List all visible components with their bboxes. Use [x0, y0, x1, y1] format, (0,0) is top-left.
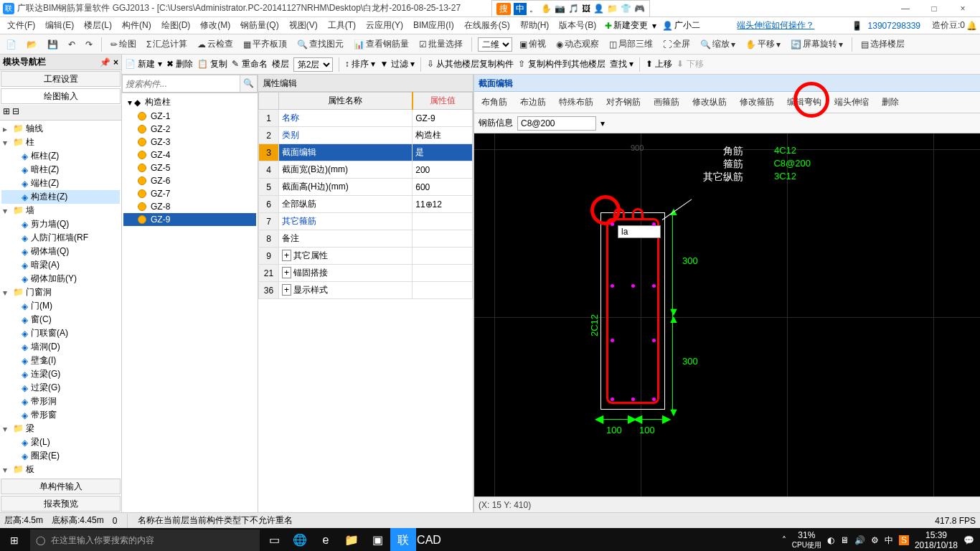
- component-item[interactable]: GZ-6: [123, 174, 256, 187]
- tree-item[interactable]: ◈ 暗柱(Z): [1, 163, 120, 176]
- menu-online[interactable]: 在线服务(S): [460, 18, 514, 33]
- zoom-button[interactable]: 🔍 缩放 ▾: [697, 37, 738, 52]
- property-row[interactable]: 6全部纵筋11⊕12: [259, 196, 473, 213]
- maximize-button[interactable]: □: [920, 0, 948, 17]
- copy-comp-button[interactable]: 📋 复制: [197, 58, 227, 70]
- new-change-button[interactable]: 新建变更: [613, 19, 648, 32]
- copy-to-floor-button[interactable]: ⇧ 复制构件到其他楼层: [518, 58, 605, 70]
- move-up-button[interactable]: ⬆ 上移: [646, 58, 672, 70]
- tree-item[interactable]: ◈ 壁龛(I): [1, 354, 120, 367]
- move-down-button[interactable]: ⬇ 下移: [677, 58, 703, 70]
- tab-align-bar[interactable]: 对齐钢筋: [603, 95, 644, 110]
- taskbar-app-icon[interactable]: 🌐: [287, 528, 313, 551]
- help-link[interactable]: 端头伸缩如何操作？: [731, 19, 820, 32]
- expand-icon[interactable]: ⊞: [3, 106, 10, 116]
- menu-cloud[interactable]: 云应用(Y): [362, 18, 407, 33]
- save-icon[interactable]: 💾: [44, 38, 61, 51]
- ime-icon[interactable]: 👕: [621, 4, 631, 14]
- pin-icon[interactable]: 📌: [100, 57, 110, 67]
- menu-modify[interactable]: 修改(M): [196, 18, 235, 33]
- property-row[interactable]: 1名称GZ-9: [259, 110, 473, 127]
- tree-group[interactable]: ▾ 📁 柱: [1, 136, 120, 149]
- tree-item[interactable]: ◈ 砌体墙(Q): [1, 245, 120, 258]
- new-file-icon[interactable]: 📄: [3, 38, 19, 51]
- tab-modify-stirrup[interactable]: 修改箍筋: [737, 95, 777, 110]
- sum-button[interactable]: Σ 汇总计算: [143, 37, 190, 52]
- menu-edit[interactable]: 编辑(E): [41, 18, 78, 33]
- menu-rebar[interactable]: 钢筋量(Q): [236, 18, 283, 33]
- property-row[interactable]: 3截面编辑是: [259, 144, 473, 161]
- ime-icon[interactable]: 👤: [593, 4, 604, 14]
- view-mode-combo[interactable]: 二维: [478, 37, 512, 52]
- tree-group[interactable]: ▾ 📁 板: [1, 463, 120, 476]
- floor-combo[interactable]: 第2层: [293, 57, 333, 72]
- taskbar-search[interactable]: ◯ 在这里输入你要搜索的内容: [30, 529, 260, 551]
- tab-edge-bar[interactable]: 布边筋: [517, 95, 549, 110]
- tray-sogou-icon[interactable]: S: [899, 535, 909, 545]
- filter-button[interactable]: ▼ 过滤 ▾: [380, 58, 415, 70]
- tray-icon[interactable]: 🖥: [840, 535, 849, 545]
- user-name[interactable]: 广小二: [674, 19, 700, 32]
- tree-item[interactable]: ◈ 梁(L): [1, 435, 120, 449]
- tray-ime[interactable]: 中: [885, 534, 893, 547]
- tree-item[interactable]: ◈ 砌体加筋(Y): [1, 272, 120, 286]
- top-view-button[interactable]: ▣ 俯视: [517, 37, 549, 52]
- property-row[interactable]: 7其它箍筋: [259, 213, 473, 230]
- menu-tools[interactable]: 工具(T): [324, 18, 360, 33]
- ime-icon[interactable]: ✋: [541, 4, 552, 14]
- search-icon[interactable]: 🔍: [240, 75, 258, 93]
- tree-root[interactable]: ▾ ◆ 构造柱: [123, 95, 256, 110]
- cloud-check-button[interactable]: ☁ 云检查: [194, 37, 236, 52]
- tree-item[interactable]: ◈ 门(M): [1, 299, 120, 313]
- rename-comp-button[interactable]: ✎ 重命名: [232, 58, 267, 70]
- property-row[interactable]: 36+显示样式: [259, 282, 473, 299]
- tab-special-bar[interactable]: 特殊布筋: [556, 95, 596, 110]
- align-top-button[interactable]: ▦ 平齐板顶: [240, 37, 290, 52]
- menu-file[interactable]: 文件(F): [3, 18, 39, 33]
- new-comp-button[interactable]: 📄 新建 ▾: [125, 58, 162, 70]
- tree-item[interactable]: ◈ 过梁(G): [1, 381, 120, 395]
- property-row[interactable]: 5截面高(H边)(mm)600: [259, 179, 473, 196]
- component-item[interactable]: GZ-3: [123, 136, 256, 149]
- tree-item[interactable]: ◈ 框柱(Z): [1, 149, 120, 163]
- tree-item[interactable]: ◈ 暗梁(A): [1, 258, 120, 272]
- component-item[interactable]: GZ-5: [123, 161, 256, 174]
- component-tree[interactable]: ▾ ◆ 构造柱 GZ-1 GZ-2 GZ-3 GZ-4 GZ-5 GZ-6 GZ…: [122, 93, 258, 512]
- property-row[interactable]: 2类别构造柱: [259, 127, 473, 144]
- section-canvas[interactable]: 900 角筋 4C12 箍筋 C8@200 其它纵筋 3C12: [474, 133, 980, 496]
- tree-item[interactable]: ◈ 门联窗(A): [1, 326, 120, 340]
- component-item[interactable]: GZ-2: [123, 123, 256, 136]
- task-view-icon[interactable]: ▭: [261, 528, 287, 551]
- tray-clock[interactable]: 15:39 2018/10/18: [915, 530, 958, 550]
- menu-floor[interactable]: 楼层(L): [80, 18, 116, 33]
- component-item[interactable]: GZ-7: [123, 187, 256, 200]
- fullscreen-button[interactable]: ⛶ 全屏: [660, 37, 693, 52]
- notification-icon[interactable]: 💬: [963, 535, 974, 545]
- tree-item[interactable]: ◈ 带形洞: [1, 395, 120, 408]
- tree-item[interactable]: ◈ 构造柱(Z): [1, 190, 120, 204]
- menu-component[interactable]: 构件(N): [118, 18, 156, 33]
- tree-item[interactable]: ◈ 带形窗: [1, 408, 120, 422]
- draw-button[interactable]: ✏ 绘图: [108, 37, 139, 52]
- close-button[interactable]: ×: [948, 0, 977, 17]
- tree-item[interactable]: ◈ 剪力墙(Q): [1, 217, 120, 231]
- tree-group[interactable]: ▾ 📁 墙: [1, 204, 120, 217]
- tray-icon[interactable]: 🔊: [854, 535, 865, 545]
- tree-item[interactable]: ◈ 连梁(G): [1, 367, 120, 381]
- pan-button[interactable]: ✋ 平移 ▾: [743, 37, 783, 52]
- ime-icon[interactable]: 🎵: [568, 4, 579, 14]
- orbit-button[interactable]: ◉ 动态观察: [553, 37, 602, 52]
- tray-icon[interactable]: ⚙: [871, 535, 879, 545]
- start-button[interactable]: ⊞: [0, 528, 29, 551]
- rotate-button[interactable]: 🔄 屏幕旋转 ▾: [788, 37, 846, 52]
- component-item[interactable]: GZ-8: [123, 200, 256, 213]
- tree-group[interactable]: ▸ 📁 轴线: [1, 122, 120, 136]
- tray-icon[interactable]: ◐: [827, 535, 834, 545]
- view-rebar-button[interactable]: 📊 查看钢筋量: [351, 37, 412, 52]
- tab-single-input[interactable]: 单构件输入: [1, 479, 121, 494]
- tree-group[interactable]: ▾ 📁 梁: [1, 422, 120, 435]
- close-panel-icon[interactable]: ×: [113, 57, 118, 67]
- component-item[interactable]: GZ-9: [123, 213, 256, 226]
- property-row[interactable]: 9+其它属性: [259, 248, 473, 265]
- tree-group[interactable]: ▾ 📁 门窗洞: [1, 286, 120, 299]
